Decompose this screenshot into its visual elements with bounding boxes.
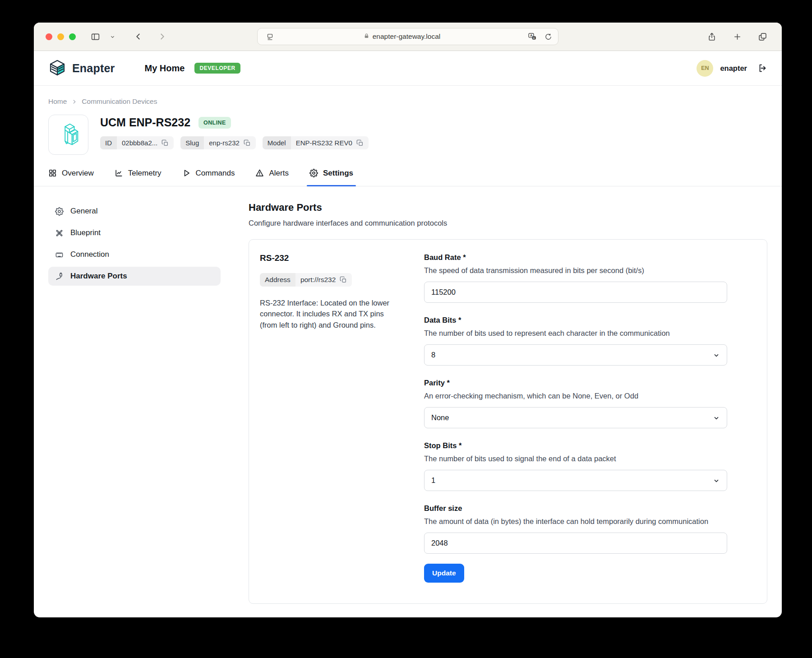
connection-port-icon — [55, 250, 64, 259]
sidebar-chevron-icon[interactable] — [105, 30, 120, 43]
app-header: Enapter My Home DEVELOPER EN enapter — [34, 51, 782, 86]
sidebar-toggle-icon[interactable] — [88, 30, 103, 43]
tab-settings[interactable]: Settings — [309, 160, 353, 186]
blueprint-icon — [55, 229, 64, 237]
device-id-chip: ID 02bbb8a2... — [100, 136, 174, 149]
chevron-down-icon — [713, 352, 720, 359]
baud-rate-input[interactable] — [424, 282, 727, 303]
status-badge: ONLINE — [198, 117, 231, 129]
reader-icon[interactable] — [262, 30, 277, 43]
window-controls — [46, 33, 76, 40]
copy-model-icon[interactable] — [356, 139, 364, 147]
device-header: UCM ENP-RS232 ONLINE ID 02bbb8a2... Slug… — [34, 109, 782, 157]
browser-window: enapter-gateway.local Ax — [34, 23, 782, 617]
user-name: enapter — [720, 64, 747, 73]
tab-alerts[interactable]: Alerts — [255, 160, 288, 186]
close-window-button[interactable] — [46, 33, 52, 40]
url-text: enapter-gateway.local — [373, 32, 441, 41]
sidebar-item-connection[interactable]: Connection — [48, 245, 221, 264]
translate-icon[interactable]: Ax — [526, 30, 538, 43]
data-bits-field: Data Bits * The number of bits used to r… — [424, 316, 727, 366]
section-heading: Hardware Ports — [249, 202, 767, 213]
settings-sidebar: General Blueprint Connection Hardware Po… — [48, 202, 221, 604]
device-slug-chip: Slug enp-rs232 — [180, 136, 256, 149]
stop-bits-select[interactable]: 1 — [424, 470, 727, 491]
parity-select[interactable]: None — [424, 407, 727, 428]
brand-name: Enapter — [72, 62, 115, 75]
device-tabs: Overview Telemetry Commands Alerts Setti… — [34, 160, 782, 186]
back-button[interactable] — [131, 30, 146, 43]
stop-bits-field: Stop Bits * The number of bits used to s… — [424, 441, 727, 491]
logout-icon[interactable] — [757, 63, 767, 73]
copy-address-icon[interactable] — [340, 276, 347, 283]
gear-icon — [55, 207, 64, 216]
chevron-down-icon — [713, 477, 720, 484]
new-tab-icon[interactable] — [729, 30, 745, 43]
device-name: UCM ENP-RS232 — [100, 116, 190, 129]
breadcrumb-devices-link[interactable]: Communication Devices — [82, 97, 157, 106]
forward-button[interactable] — [154, 30, 170, 43]
svg-text:x: x — [533, 36, 535, 39]
copy-slug-icon[interactable] — [244, 139, 251, 147]
address-chip: Address port://rs232 — [260, 273, 352, 287]
enapter-logo-icon — [48, 59, 66, 77]
breadcrumb: Home Communication Devices — [34, 86, 782, 109]
breadcrumb-home-link[interactable]: Home — [48, 97, 67, 106]
copy-id-icon[interactable] — [161, 139, 169, 147]
rs232-form: Baud Rate * The speed of data transmissi… — [424, 253, 727, 583]
browser-toolbar: enapter-gateway.local Ax — [34, 23, 782, 51]
cable-icon — [55, 272, 64, 281]
hardware-ports-card: RS-232 Address port://rs232 RS-232 Inter… — [249, 239, 767, 604]
data-bits-select[interactable]: 8 — [424, 344, 727, 366]
rs232-description: RS-232 Interface: Located on the lower c… — [260, 297, 403, 330]
sidebar-item-hardware-ports[interactable]: Hardware Ports — [48, 267, 221, 286]
sidebar-item-general[interactable]: General — [48, 202, 221, 221]
share-icon[interactable] — [704, 30, 720, 43]
update-button[interactable]: Update — [424, 564, 464, 583]
tab-overview[interactable]: Overview — [48, 160, 94, 186]
device-model-chip: Model ENP-RS232 REV0 — [263, 136, 369, 149]
baud-rate-field: Baud Rate * The speed of data transmissi… — [424, 253, 727, 303]
rs232-title: RS-232 — [260, 253, 403, 263]
address-bar[interactable]: enapter-gateway.local Ax — [257, 28, 558, 45]
lock-icon — [364, 32, 369, 41]
parity-field: Parity * An error-checking mechanism, wh… — [424, 379, 727, 428]
brand[interactable]: Enapter — [48, 59, 115, 77]
zoom-window-button[interactable] — [69, 33, 76, 40]
buffer-size-input[interactable] — [424, 533, 727, 554]
chevron-down-icon — [713, 414, 720, 422]
developer-badge: DEVELOPER — [194, 63, 240, 74]
sidebar-item-blueprint[interactable]: Blueprint — [48, 223, 221, 242]
reload-icon[interactable] — [543, 30, 554, 43]
buffer-size-field: Buffer size The amount of data (in bytes… — [424, 504, 727, 554]
chevron-right-icon — [71, 99, 77, 105]
minimize-window-button[interactable] — [57, 33, 64, 40]
section-subtitle: Configure hardware interfaces and commun… — [249, 219, 767, 227]
device-icon — [48, 115, 88, 155]
tab-overview-icon[interactable] — [755, 30, 770, 43]
tab-commands[interactable]: Commands — [182, 160, 235, 186]
tab-telemetry[interactable]: Telemetry — [115, 160, 161, 186]
page-title: My Home — [144, 63, 185, 74]
avatar[interactable]: EN — [697, 60, 713, 77]
